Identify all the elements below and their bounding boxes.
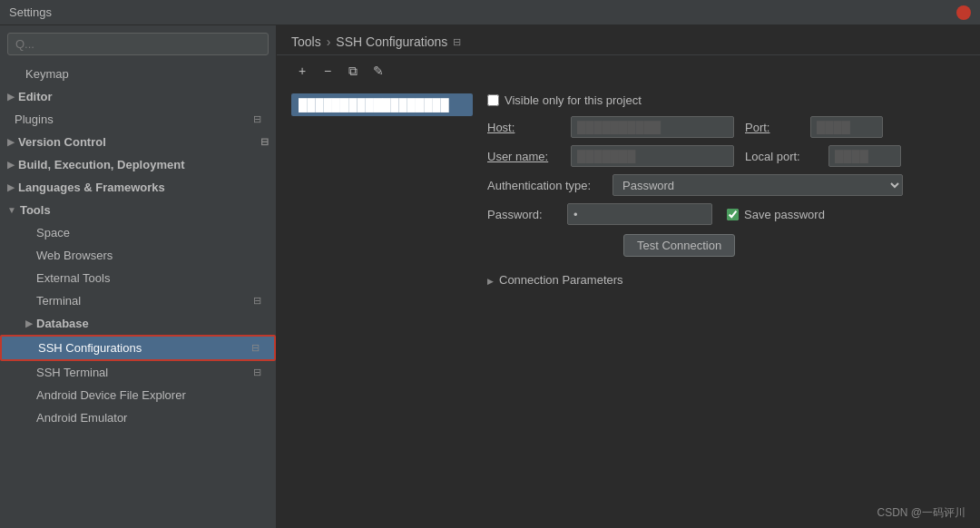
save-password-checkbox[interactable] — [727, 209, 739, 220]
visible-only-label: Visible only for this project — [505, 93, 642, 107]
window-title: Settings — [9, 5, 956, 19]
visible-only-checkbox[interactable] — [487, 94, 499, 106]
sidebar-item-terminal[interactable]: Terminal ⊟ — [0, 289, 276, 312]
config-list-selected-item[interactable]: ██████████████████ — [291, 93, 473, 116]
visible-project-row: Visible only for this project — [487, 93, 965, 107]
toolbar: + − ⧉ ✎ — [277, 55, 980, 86]
host-port-row: Host: Port: — [487, 116, 965, 138]
remove-button[interactable]: − — [317, 61, 338, 81]
save-password-container: Save password — [727, 208, 825, 221]
sidebar-item-editor[interactable]: Editor — [0, 85, 276, 108]
chevron-tools-icon — [7, 205, 16, 215]
sidebar-item-android-device[interactable]: Android Device File Explorer — [0, 384, 276, 406]
auth-type-row: Authentication type: Password Key pair (… — [487, 174, 965, 196]
plugins-icon: ⊟ — [253, 113, 261, 125]
username-input[interactable] — [571, 145, 734, 167]
local-port-label: Local port: — [745, 150, 818, 163]
vc-icon: ⊟ — [260, 136, 269, 148]
host-input[interactable] — [571, 116, 734, 138]
chevron-editor-icon — [7, 92, 15, 102]
sidebar-item-tools[interactable]: Tools — [0, 199, 276, 221]
test-connection-button[interactable]: Test Connection — [623, 234, 735, 257]
breadcrumb-current: SSH Configurations — [336, 34, 447, 49]
auth-type-select[interactable]: Password Key pair (OpenSSH or PuTTY) Ope… — [612, 174, 903, 196]
breadcrumb: Tools › SSH Configurations ⊟ — [277, 25, 980, 55]
port-label: Port: — [745, 121, 799, 134]
config-item-text: ██████████████████ — [299, 98, 449, 112]
connection-params-section[interactable]: Connection Parameters — [487, 268, 965, 292]
password-row: Password: Save password — [487, 203, 965, 225]
sidebar-item-plugins[interactable]: Plugins ⊟ — [0, 108, 276, 131]
ssh-terminal-icon: ⊟ — [253, 367, 261, 378]
close-button[interactable] — [956, 5, 971, 20]
main-layout: Keymap Editor Plugins ⊟ Version Control … — [0, 25, 980, 528]
ssh-config-panel: ██████████████████ Visible only for this… — [277, 86, 980, 528]
sidebar-item-database[interactable]: Database — [0, 312, 276, 335]
sidebar-item-ssh-configurations[interactable]: SSH Configurations ⊟ — [0, 335, 276, 361]
username-label: User name: — [487, 150, 560, 163]
breadcrumb-menu-icon: ⊟ — [453, 36, 461, 48]
username-localport-row: User name: Local port: — [487, 145, 965, 167]
ssh-config-icon: ⊟ — [251, 342, 260, 354]
host-label: Host: — [487, 121, 560, 134]
local-port-input[interactable] — [828, 145, 901, 167]
chevron-vc-icon — [7, 137, 15, 147]
sidebar-item-web-browsers[interactable]: Web Browsers — [0, 244, 276, 267]
add-button[interactable]: + — [291, 61, 313, 81]
password-label: Password: — [487, 208, 560, 221]
sidebar-item-android-emulator[interactable]: Android Emulator — [0, 406, 276, 429]
breadcrumb-arrow-icon: › — [327, 34, 331, 49]
title-bar: Settings — [0, 0, 980, 25]
chevron-db-icon — [25, 318, 33, 328]
port-input[interactable] — [810, 116, 883, 138]
sidebar-item-external-tools[interactable]: External Tools — [0, 267, 276, 289]
watermark: CSDN @一码评川 — [877, 505, 965, 521]
save-password-label: Save password — [744, 208, 825, 221]
sidebar: Keymap Editor Plugins ⊟ Version Control … — [0, 25, 277, 528]
password-input[interactable] — [567, 203, 712, 225]
breadcrumb-parent: Tools — [291, 34, 321, 49]
sidebar-item-version-control[interactable]: Version Control ⊟ — [0, 131, 276, 153]
config-details-panel: Visible only for this project Host: Port… — [487, 93, 965, 292]
sidebar-item-languages[interactable]: Languages & Frameworks — [0, 176, 276, 199]
copy-button[interactable]: ⧉ — [342, 61, 364, 81]
terminal-icon: ⊟ — [253, 295, 261, 307]
edit-button[interactable]: ✎ — [368, 61, 389, 81]
sidebar-item-keymap[interactable]: Keymap — [0, 63, 276, 85]
auth-type-label: Authentication type: — [487, 179, 605, 192]
connection-params-label: Connection Parameters — [499, 273, 623, 287]
search-input[interactable] — [7, 33, 269, 55]
chevron-params-icon — [487, 273, 494, 287]
content-area: Tools › SSH Configurations ⊟ + − ⧉ ✎ ███… — [277, 25, 980, 528]
chevron-build-icon — [7, 160, 15, 170]
sidebar-item-ssh-terminal[interactable]: SSH Terminal ⊟ — [0, 361, 276, 384]
sidebar-item-build[interactable]: Build, Execution, Deployment — [0, 153, 276, 176]
chevron-lang-icon — [7, 182, 15, 192]
sidebar-item-space[interactable]: Space — [0, 221, 276, 244]
